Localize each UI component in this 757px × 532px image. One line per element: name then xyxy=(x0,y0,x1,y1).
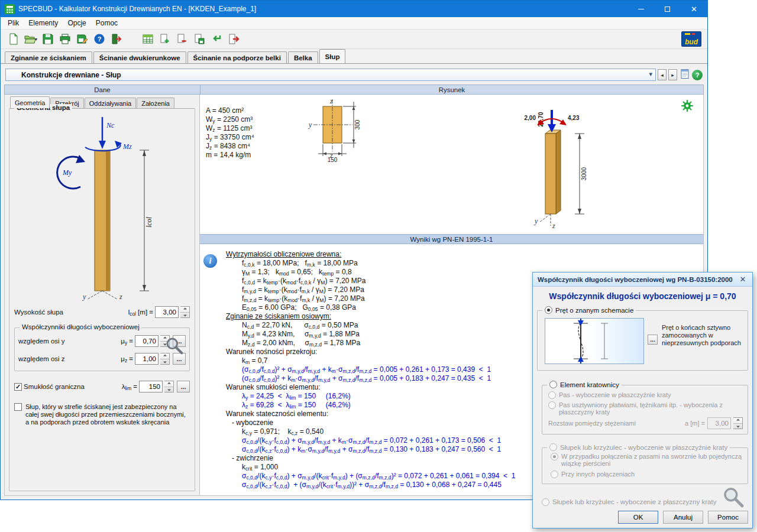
items-table-button[interactable] xyxy=(140,31,156,47)
print-button[interactable] xyxy=(57,31,73,47)
buckling-z-input[interactable] xyxy=(135,353,158,365)
dane-tab-geometria[interactable]: Geometria xyxy=(10,96,50,108)
tab-cinanie-na-podporze-belki[interactable]: Ścinanie na podporze belki xyxy=(187,51,287,63)
length-label: lcol xyxy=(145,216,153,228)
truss-chord-inplane-radio[interactable] xyxy=(548,391,556,399)
add-item-button[interactable] xyxy=(157,31,173,47)
maximize-icon xyxy=(665,7,670,12)
slenderness-input[interactable] xyxy=(139,381,163,392)
truss-radio[interactable] xyxy=(549,381,557,388)
exit-button[interactable] xyxy=(108,31,124,47)
spinner-down-icon[interactable] xyxy=(164,387,173,392)
dane-tab-oddzia-ywania[interactable]: Oddziaływania xyxy=(85,98,137,108)
new-file-button[interactable] xyxy=(5,31,21,47)
module-combobox[interactable]: Konstrukcje drewniane - Słup ▾ xyxy=(5,69,656,81)
specbud-logo: bud xyxy=(681,31,701,47)
spinner-down-icon[interactable] xyxy=(180,312,189,318)
height-row: Wysokość słupa lcol [m] = xyxy=(14,306,190,318)
scheme-more-button[interactable]: ... xyxy=(648,335,658,345)
prev-example-button[interactable]: ◂ xyxy=(658,69,667,80)
restraint-row: Słup, który w strefie ściskanej jest zab… xyxy=(14,403,190,426)
spinner-down-icon[interactable] xyxy=(733,423,742,429)
section-width-dim: 150 xyxy=(328,157,338,163)
post-inplane-radio[interactable] xyxy=(549,443,557,451)
slenderness-more-button[interactable]: ... xyxy=(177,381,190,392)
magnifier-icon[interactable] xyxy=(722,485,744,508)
ok-button[interactable]: OK xyxy=(618,511,658,524)
minimize-button[interactable] xyxy=(627,1,654,17)
buckling-scheme-image[interactable] xyxy=(545,318,644,364)
next-icon: ▸ xyxy=(671,72,674,78)
spinner-up-icon[interactable] xyxy=(164,381,173,387)
panel-headers: Dane Rysunek xyxy=(4,85,704,95)
property-line: Wy = 2250 cm³ xyxy=(206,115,254,124)
tab-zginanie-ze-ciskaniem[interactable]: Zginanie ze ściskaniem xyxy=(5,51,92,63)
return-button[interactable] xyxy=(208,31,224,47)
items-table-icon xyxy=(142,33,154,45)
post-conn-other-label: Przy innych połączeniach xyxy=(561,471,635,478)
height-spinner[interactable] xyxy=(180,306,190,318)
tab-s-up[interactable]: Słup xyxy=(319,49,346,63)
section-height-dim: 300 xyxy=(354,119,361,129)
spacing-spinner[interactable] xyxy=(733,417,743,429)
slenderness-spinner[interactable] xyxy=(164,381,174,392)
app-icon xyxy=(5,4,15,14)
next-example-button[interactable]: ▸ xyxy=(668,69,677,80)
save-report-button[interactable] xyxy=(74,31,90,47)
panel-header-rysunek: Rysunek xyxy=(200,85,704,95)
dialog-close-button[interactable]: ✕ xyxy=(736,274,750,285)
height-input[interactable] xyxy=(155,306,179,318)
module-combobox-value: Konstrukcje drewniane - Słup xyxy=(6,71,121,79)
tab-belka[interactable]: Belka xyxy=(288,51,318,63)
spinner-up-icon[interactable] xyxy=(733,418,742,423)
restraint-checkbox[interactable] xyxy=(14,403,22,411)
settings-gear-button[interactable] xyxy=(681,99,694,112)
menu-opcje[interactable]: Opcje xyxy=(63,18,90,28)
truss-chord-outplane-radio[interactable] xyxy=(548,401,556,409)
slenderness-checkbox[interactable] xyxy=(14,383,22,391)
post-outplane-radio[interactable] xyxy=(542,498,549,506)
maximize-button[interactable] xyxy=(654,1,681,17)
truss-label: Element kratownicy xyxy=(560,381,619,388)
help-button[interactable]: Pomoc xyxy=(708,511,748,524)
quick-help-button[interactable]: ? xyxy=(692,70,703,80)
load-scheme-drawing: 22,70 2,00 4,23 3000 y z xyxy=(509,106,603,232)
example-sheet-button[interactable] xyxy=(679,69,690,80)
buckling-y-input[interactable] xyxy=(135,335,158,347)
section-properties: A = 450 cm²Wy = 2250 cm³Wz = 1125 cm³Jy … xyxy=(206,106,254,160)
tab-cinanie-dwukierunkowe[interactable]: Ścinanie dwukierunkowe xyxy=(93,51,186,63)
spacing-input[interactable] xyxy=(707,417,731,429)
spinner-up-icon[interactable] xyxy=(180,307,189,312)
slenderness-symbol: λlim = xyxy=(111,383,137,390)
post-conn-other-radio[interactable] xyxy=(551,471,558,478)
help-button[interactable]: ? xyxy=(91,31,107,47)
menu-elementy[interactable]: Elementy xyxy=(24,18,63,28)
cancel-button[interactable]: Anuluj xyxy=(663,511,703,524)
close-button[interactable]: ✕ xyxy=(681,1,707,17)
chevron-down-icon[interactable]: ▾ xyxy=(649,70,652,78)
dialog-buttons: OK Anuluj Pomoc xyxy=(618,511,748,524)
export-button[interactable] xyxy=(225,31,241,47)
return-icon xyxy=(211,33,222,45)
menu-pomoc[interactable]: Pomoc xyxy=(91,18,122,28)
dialog-heading: Współczynnik długości wyboczeniowej μ = … xyxy=(533,291,752,301)
height-label: Wysokość słupa xyxy=(14,309,125,316)
close-icon: ✕ xyxy=(740,275,746,284)
save-item-button[interactable] xyxy=(191,31,207,47)
menu-plik[interactable]: Plik xyxy=(3,18,24,28)
spinner-down-icon[interactable] xyxy=(160,359,169,365)
dane-tab-za-o-enia[interactable]: Założenia xyxy=(137,98,174,108)
info-icon: i xyxy=(203,254,217,268)
post-conn-rings-option: W przypadku połączenia z pasami na sworz… xyxy=(551,453,743,467)
property-line: Wz = 1125 cm³ xyxy=(206,124,254,133)
open-file-button[interactable]: ▾ xyxy=(22,31,38,47)
dialog-title: Współczynnik długości wyboczeniowej wg P… xyxy=(538,276,736,283)
open-file-caret-icon[interactable]: ▾ xyxy=(35,37,37,42)
post-conn-rings-radio[interactable] xyxy=(551,453,558,460)
delete-item-button[interactable] xyxy=(174,31,190,47)
save-button[interactable] xyxy=(40,31,56,47)
axis-y-label: y xyxy=(82,293,86,301)
known-scheme-radio[interactable] xyxy=(545,306,552,314)
results-header: Wyniki wg PN-EN 1995-1-1 xyxy=(200,234,703,244)
buckling-length-dialog: Współczynnik długości wyboczeniowej wg P… xyxy=(532,272,753,528)
